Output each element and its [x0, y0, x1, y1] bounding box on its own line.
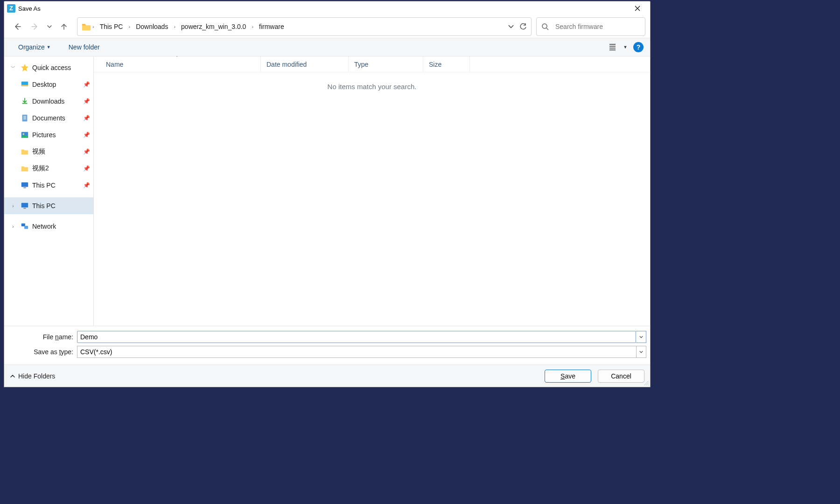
network-icon: [20, 222, 29, 231]
window-title: Save As: [18, 5, 41, 12]
pin-icon: 📌: [83, 115, 91, 121]
tree-item-folder[interactable]: 视频 📌: [4, 143, 93, 160]
breadcrumb: › This PC › Downloads › powerz_km_win_3.…: [91, 18, 289, 35]
tree-item-label: Quick access: [32, 64, 91, 71]
tree-item-this-pc-pinned[interactable]: This PC 📌: [4, 177, 93, 194]
organize-menu[interactable]: Organize ▼: [14, 41, 56, 54]
pin-icon: 📌: [83, 148, 91, 155]
svg-rect-9: [23, 208, 26, 209]
help-button[interactable]: ?: [633, 42, 644, 52]
form-area: File name: Save as type: CSV(*.csv): [4, 326, 650, 364]
tree-item-desktop[interactable]: Desktop 📌: [4, 76, 93, 93]
dialog-body: ﹀ Quick access Desktop 📌 Downloads 📌 Doc…: [4, 56, 650, 326]
back-button[interactable]: [9, 18, 26, 35]
svg-rect-7: [23, 188, 26, 189]
chevron-right-icon: ›: [173, 24, 176, 29]
chevron-right-icon: ›: [91, 24, 95, 29]
recent-locations-button[interactable]: [44, 18, 55, 35]
file-name-dropdown[interactable]: [636, 331, 646, 343]
chevron-down-icon: [47, 24, 52, 29]
tree-quick-access[interactable]: ﹀ Quick access: [4, 59, 93, 76]
file-name-input[interactable]: [77, 331, 636, 343]
tree-item-label: Pictures: [32, 131, 80, 139]
tree-item-label: Documents: [32, 114, 80, 122]
thispc-icon: [20, 201, 29, 210]
chevron-down-icon: [639, 335, 644, 339]
resize-grip-icon[interactable]: [644, 380, 649, 386]
tree-item-folder[interactable]: 视频2 📌: [4, 160, 93, 177]
caret-down-icon: ▼: [623, 45, 628, 49]
refresh-icon[interactable]: [519, 22, 527, 31]
tree-item-label: This PC: [32, 182, 80, 189]
chevron-down-icon: [639, 350, 644, 354]
tree-network[interactable]: › Network: [4, 218, 93, 235]
breadcrumb-item[interactable]: powerz_km_win_3.0.0: [176, 18, 251, 35]
star-icon: [20, 63, 29, 72]
thispc-icon: [20, 181, 29, 190]
view-options-dropdown[interactable]: ▼: [621, 41, 630, 54]
file-list-pane: ˄ Name Date modified Type Size No items …: [94, 56, 650, 326]
save-as-type-label: Save as type:: [8, 348, 73, 356]
up-button[interactable]: [56, 18, 72, 35]
sort-ascending-icon: ˄: [176, 56, 178, 60]
breadcrumb-item[interactable]: This PC: [95, 18, 128, 35]
hide-folders-label: Hide Folders: [18, 372, 55, 380]
column-date[interactable]: Date modified: [261, 56, 349, 72]
close-button[interactable]: [627, 1, 648, 15]
new-folder-button[interactable]: New folder: [64, 41, 105, 54]
column-size[interactable]: Size: [423, 56, 470, 72]
close-icon: [635, 6, 640, 11]
save-button[interactable]: Save: [545, 370, 591, 383]
arrow-right-icon: [31, 22, 39, 31]
search-box[interactable]: [536, 17, 645, 36]
tree-item-label: Network: [32, 223, 91, 230]
folder-icon: [81, 21, 91, 32]
pin-icon: 📌: [83, 81, 91, 88]
app-icon: [7, 4, 15, 13]
svg-point-0: [542, 24, 547, 28]
pictures-icon: [20, 130, 29, 140]
chevron-right-icon: ›: [251, 24, 254, 29]
chevron-down-icon[interactable]: ﹀: [9, 64, 17, 71]
hide-folders-toggle[interactable]: Hide Folders: [10, 372, 55, 380]
folder-icon: [20, 164, 29, 173]
empty-message: No items match your search.: [328, 83, 417, 91]
file-list-body: No items match your search.: [94, 72, 650, 326]
chevron-right-icon: ›: [127, 24, 131, 29]
chevron-right-icon[interactable]: ›: [9, 224, 17, 229]
search-input[interactable]: [554, 22, 640, 31]
organize-label: Organize: [18, 43, 45, 51]
save-as-type-value: CSV(*.csv): [80, 348, 112, 356]
svg-rect-2: [21, 85, 28, 86]
column-type[interactable]: Type: [349, 56, 423, 72]
column-label: Size: [429, 61, 441, 68]
save-as-type-combo[interactable]: CSV(*.csv): [77, 346, 636, 358]
help-icon: ?: [637, 43, 641, 51]
column-label: Date modified: [266, 61, 307, 68]
view-options-button[interactable]: [605, 41, 621, 54]
tree-item-downloads[interactable]: Downloads 📌: [4, 93, 93, 110]
chevron-right-icon[interactable]: ›: [9, 203, 17, 209]
svg-rect-8: [21, 203, 28, 208]
documents-icon: [20, 113, 29, 123]
svg-rect-6: [21, 182, 28, 187]
tree-this-pc[interactable]: › This PC: [4, 197, 93, 214]
forward-button[interactable]: [27, 18, 43, 35]
column-label: Name: [106, 61, 123, 68]
save-as-type-dropdown[interactable]: [636, 346, 646, 358]
chevron-down-icon[interactable]: [508, 23, 514, 30]
tree-item-pictures[interactable]: Pictures 📌: [4, 126, 93, 143]
arrow-up-icon: [60, 22, 68, 31]
svg-rect-10: [21, 224, 25, 226]
titlebar: Save As: [4, 1, 650, 15]
arrow-left-icon: [13, 22, 21, 31]
cancel-button[interactable]: Cancel: [598, 370, 644, 383]
downloads-icon: [20, 97, 29, 106]
tree-item-documents[interactable]: Documents 📌: [4, 110, 93, 126]
address-bar[interactable]: › This PC › Downloads › powerz_km_win_3.…: [77, 17, 532, 36]
breadcrumb-item[interactable]: Downloads: [131, 18, 173, 35]
column-label: Type: [354, 61, 368, 68]
breadcrumb-item[interactable]: firmware: [254, 18, 289, 35]
column-name[interactable]: ˄ Name: [94, 56, 261, 72]
save-as-dialog: Save As › This PC › Dow: [4, 1, 651, 387]
